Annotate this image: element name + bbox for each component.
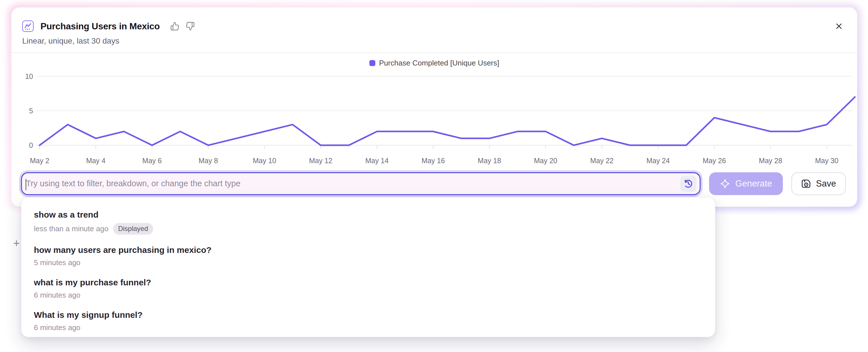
ai-prompt-field	[21, 172, 701, 195]
history-item-title: what is my purchase funnel?	[34, 277, 703, 288]
svg-text:0: 0	[29, 141, 33, 149]
thumbs-down-icon	[186, 22, 195, 31]
history-item[interactable]: What is my signup funnel? 6 minutes ago	[21, 305, 715, 337]
history-item[interactable]: show as a trend less than a minute ago D…	[21, 204, 715, 239]
svg-text:May 12: May 12	[309, 157, 332, 165]
card-header: Purchasing Users in Mexico	[11, 7, 857, 32]
prompt-history-button[interactable]	[680, 176, 696, 192]
svg-text:May 4: May 4	[86, 157, 105, 165]
svg-text:May 18: May 18	[478, 157, 501, 165]
svg-text:May 10: May 10	[253, 157, 276, 165]
save-label: Save	[816, 179, 836, 189]
page: + Purchasing Users in Mexico	[0, 0, 868, 352]
svg-text:May 16: May 16	[422, 157, 445, 165]
header-divider	[11, 53, 857, 53]
insight-card: Purchasing Users in Mexico	[11, 7, 857, 207]
history-item[interactable]: what is my purchase funnel? 6 minutes ag…	[21, 272, 715, 305]
history-item-title: how many users are purchasing in mexico?	[34, 244, 703, 256]
sparkle-icon	[720, 179, 730, 189]
svg-text:May 14: May 14	[365, 157, 389, 165]
prompt-history-dropdown: show as a trend less than a minute ago D…	[21, 197, 715, 337]
legend-swatch	[369, 60, 375, 66]
history-icon	[683, 178, 694, 189]
history-item-title: show as a trend	[34, 209, 703, 220]
background-plus-artifact: +	[13, 237, 20, 250]
svg-text:May 24: May 24	[646, 157, 670, 165]
svg-text:10: 10	[25, 72, 33, 80]
svg-text:May 26: May 26	[703, 157, 726, 165]
svg-text:May 8: May 8	[198, 157, 218, 165]
ai-toolbar: Generate Save	[11, 172, 857, 195]
close-icon	[834, 21, 844, 31]
thumbs-down-button[interactable]	[185, 21, 195, 31]
chart-subtitle: Linear, unique, last 30 days	[11, 32, 857, 45]
svg-text:May 30: May 30	[815, 157, 838, 165]
text-caret	[26, 179, 26, 190]
history-item[interactable]: how many users are purchasing in mexico?…	[21, 239, 715, 272]
thumbs-up-button[interactable]	[170, 21, 180, 31]
save-icon	[801, 179, 811, 189]
svg-text:May 28: May 28	[759, 157, 782, 165]
svg-text:May 2: May 2	[30, 157, 49, 165]
generate-label: Generate	[735, 179, 772, 189]
page-title: Purchasing Users in Mexico	[40, 21, 160, 32]
legend-label: Purchase Completed [Unique Users]	[379, 59, 499, 67]
svg-text:May 20: May 20	[534, 157, 557, 165]
history-item-time: 6 minutes ago	[34, 323, 80, 332]
history-item-time: 6 minutes ago	[34, 291, 80, 299]
ai-prompt-input[interactable]	[22, 173, 680, 194]
legend-item[interactable]: Purchase Completed [Unique Users]	[369, 59, 499, 67]
svg-text:5: 5	[29, 107, 33, 115]
legend: Purchase Completed [Unique Users]	[11, 59, 857, 67]
history-item-time: 5 minutes ago	[34, 258, 80, 267]
line-chart-icon	[22, 21, 34, 32]
generate-button[interactable]: Generate	[709, 172, 783, 195]
svg-text:May 22: May 22	[590, 157, 613, 165]
history-item-time: less than a minute ago	[34, 224, 108, 233]
save-button[interactable]: Save	[792, 172, 846, 195]
history-item-title: What is my signup funnel?	[34, 309, 703, 321]
svg-text:May 6: May 6	[143, 157, 162, 165]
thumbs-up-icon	[170, 22, 179, 31]
close-button[interactable]	[833, 21, 845, 32]
trend-chart[interactable]: 0510May 2May 4May 6May 8May 10May 12May …	[11, 68, 857, 168]
displayed-badge: Displayed	[113, 223, 153, 235]
